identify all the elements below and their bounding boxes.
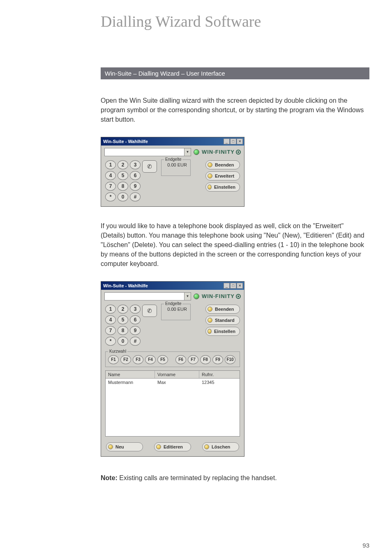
key-7[interactable]: 7 xyxy=(105,326,116,335)
section-header: Win-Suite – Dialling Wizard – User Inter… xyxy=(101,67,369,79)
close-button[interactable]: ✕ xyxy=(237,139,243,144)
key-8[interactable]: 8 xyxy=(118,182,128,191)
window-title: Win-Suite - Wahlhilfe xyxy=(102,283,224,288)
key-3[interactable]: 3 xyxy=(130,160,141,169)
fkey-f6[interactable]: F6 xyxy=(175,355,186,364)
key-1[interactable]: 1 xyxy=(105,305,116,314)
fkey-f8[interactable]: F8 xyxy=(200,355,211,364)
number-input[interactable] xyxy=(104,148,184,156)
beenden-button[interactable]: Beenden xyxy=(205,160,240,169)
key-9[interactable]: 9 xyxy=(130,326,141,335)
col-header-name[interactable]: Name xyxy=(106,371,155,378)
key-4[interactable]: 4 xyxy=(105,315,116,324)
neu-button[interactable]: Neu xyxy=(106,442,143,451)
fkey-f7[interactable]: F7 xyxy=(188,355,198,364)
endgelte-value: 0.00 EUR xyxy=(167,307,187,312)
key-9[interactable]: 9 xyxy=(130,182,141,191)
close-button[interactable]: ✕ xyxy=(237,283,243,289)
number-combobox[interactable]: ▼ xyxy=(104,292,191,300)
key-2[interactable]: 2 xyxy=(118,160,128,169)
fkey-f1[interactable]: F1 xyxy=(108,355,119,364)
col-header-vorname[interactable]: Vorname xyxy=(155,371,199,378)
key-5[interactable]: 5 xyxy=(118,171,128,180)
page-number: 93 xyxy=(362,542,369,549)
cell-name: Mustermann xyxy=(106,379,155,386)
status-led-icon xyxy=(194,149,199,155)
key-3[interactable]: 3 xyxy=(130,305,141,314)
loeschen-button[interactable]: Löschen xyxy=(202,442,239,451)
fkey-f10[interactable]: F10 xyxy=(225,355,235,364)
button-led-icon xyxy=(208,185,212,190)
kurzwahl-label: Kurzwahl xyxy=(108,349,127,354)
key-4[interactable]: 4 xyxy=(105,171,116,180)
dial-button[interactable]: ✆ xyxy=(142,160,157,173)
app-window-compact: Win-Suite - Wahlhilfe _ □ ✕ ▼ WIN·FINITY… xyxy=(101,137,244,207)
cell-rufnr: 12345 xyxy=(199,379,240,386)
brand-logo: WIN·FINITY xyxy=(202,293,241,299)
paragraph-1: Open the Win Suite dialling wizard with … xyxy=(101,96,369,125)
phonebook-list[interactable]: Name Vorname Rufnr. Mustermann Max 12345 xyxy=(105,370,240,437)
fkey-f3[interactable]: F3 xyxy=(133,355,143,364)
button-led-icon xyxy=(156,444,161,449)
key-hash[interactable]: # xyxy=(130,192,141,201)
table-row[interactable]: Mustermann Max 12345 xyxy=(106,379,240,386)
key-8[interactable]: 8 xyxy=(118,326,128,335)
paragraph-2: If you would like to have a telephone bo… xyxy=(101,221,369,269)
dropdown-arrow-icon[interactable]: ▼ xyxy=(184,148,191,156)
window-title: Win-Suite - Wahlhilfe xyxy=(102,139,224,144)
list-header: Name Vorname Rufnr. xyxy=(106,371,240,379)
key-star[interactable]: * xyxy=(105,337,116,346)
status-led-icon xyxy=(194,294,199,299)
dial-button[interactable]: ✆ xyxy=(142,305,157,317)
cell-vorname: Max xyxy=(155,379,199,386)
button-led-icon xyxy=(108,444,113,449)
key-7[interactable]: 7 xyxy=(105,182,116,191)
app-window-extended: Win-Suite - Wahlhilfe _ □ ✕ ▼ WIN·FINITY… xyxy=(101,281,244,457)
key-star[interactable]: * xyxy=(105,192,116,201)
handset-icon: ✆ xyxy=(147,163,152,170)
erweitert-button[interactable]: Erweitert xyxy=(205,171,240,180)
button-led-icon xyxy=(204,444,209,449)
note-label: Note: xyxy=(101,474,118,481)
key-2[interactable]: 2 xyxy=(118,305,128,314)
fkey-f4[interactable]: F4 xyxy=(145,355,156,364)
keypad: 1 2 3 4 5 6 7 8 9 * 0 # xyxy=(105,305,141,346)
button-led-icon xyxy=(208,329,212,334)
col-header-rufnr[interactable]: Rufnr. xyxy=(199,371,240,378)
maximize-button[interactable]: □ xyxy=(230,283,236,289)
minimize-button[interactable]: _ xyxy=(224,283,230,289)
key-5[interactable]: 5 xyxy=(118,315,128,324)
number-combobox[interactable]: ▼ xyxy=(104,148,191,156)
einstellen-button[interactable]: Einstellen xyxy=(205,327,240,336)
key-0[interactable]: 0 xyxy=(118,337,128,346)
key-0[interactable]: 0 xyxy=(118,192,128,201)
note-body: Existing calls are terminated by replaci… xyxy=(118,474,277,481)
kurzwahl-group: Kurzwahl F1 F2 F3 F4 F5 F6 F7 F8 F9 F10 xyxy=(105,351,240,367)
button-led-icon xyxy=(208,307,212,312)
standard-button[interactable]: Standard xyxy=(205,316,240,325)
page-title: Dialling Wizard Software xyxy=(101,12,369,30)
endgelte-group: Endgelte 0.00 EUR xyxy=(161,159,191,176)
editieren-button[interactable]: Editieren xyxy=(154,442,191,451)
dropdown-arrow-icon[interactable]: ▼ xyxy=(184,292,191,300)
fkey-f5[interactable]: F5 xyxy=(157,355,168,364)
key-6[interactable]: 6 xyxy=(130,171,141,180)
button-led-icon xyxy=(208,318,212,323)
beenden-button[interactable]: Beenden xyxy=(205,305,240,314)
note-paragraph: Note: Existing calls are terminated by r… xyxy=(101,473,369,483)
minimize-button[interactable]: _ xyxy=(224,139,230,144)
endgelte-label: Endgelte xyxy=(164,301,182,306)
key-hash[interactable]: # xyxy=(130,337,141,346)
key-6[interactable]: 6 xyxy=(130,315,141,324)
endgelte-value: 0.00 EUR xyxy=(167,162,187,167)
fkey-f9[interactable]: F9 xyxy=(212,355,223,364)
number-input[interactable] xyxy=(104,292,184,300)
key-1[interactable]: 1 xyxy=(105,160,116,169)
maximize-button[interactable]: □ xyxy=(230,139,236,144)
titlebar: Win-Suite - Wahlhilfe _ □ ✕ xyxy=(101,137,244,146)
handset-icon: ✆ xyxy=(147,307,152,314)
fkey-f2[interactable]: F2 xyxy=(120,355,131,364)
brand-bullet-icon xyxy=(236,150,241,155)
einstellen-button[interactable]: Einstellen xyxy=(205,183,240,192)
endgelte-group: Endgelte 0.00 EUR xyxy=(161,304,191,320)
